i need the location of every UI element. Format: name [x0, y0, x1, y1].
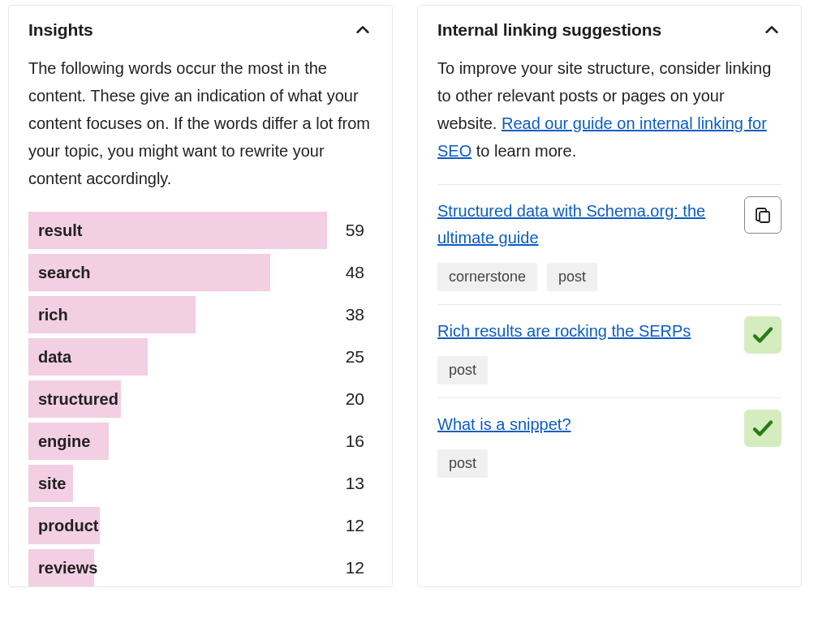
suggestion-tags: cornerstonepost	[437, 263, 781, 291]
linking-header[interactable]: Internal linking suggestions	[418, 6, 801, 51]
word-bar-track: search	[28, 254, 327, 291]
insights-panel: Insights The following words occur the m…	[8, 5, 393, 587]
linking-panel: Internal linking suggestions To improve …	[417, 5, 802, 587]
suggestion-link[interactable]: Rich results are rocking the SERPs	[437, 318, 691, 345]
suggestion-tags: post	[437, 449, 781, 478]
word-row: product12	[28, 507, 372, 544]
word-row: structured20	[28, 380, 372, 418]
suggestion-item: Rich results are rocking the SERPspost	[437, 304, 781, 397]
suggestion-item: Structured data with Schema.org: the ult…	[437, 184, 781, 304]
word-label: search	[38, 264, 91, 282]
insights-body: The following words occur the most in th…	[9, 51, 392, 586]
linking-body: To improve your site structure, consider…	[418, 51, 801, 491]
word-count: 16	[327, 431, 372, 451]
word-count: 38	[327, 305, 372, 324]
linking-title: Internal linking suggestions	[437, 20, 661, 40]
insights-description: The following words occur the most in th…	[28, 54, 372, 192]
word-label: result	[38, 221, 82, 240]
check-icon	[751, 416, 775, 440]
word-row: rich38	[28, 296, 372, 333]
check-icon	[751, 323, 775, 347]
linking-description: To improve your site structure, consider…	[437, 54, 781, 165]
suggestion-tags: post	[437, 356, 781, 384]
word-label: data	[38, 348, 71, 367]
insights-title: Insights	[28, 20, 93, 40]
word-count: 12	[327, 516, 372, 535]
word-bar-track: site	[28, 465, 327, 502]
suggestion-link[interactable]: What is a snippet?	[437, 411, 571, 438]
word-label: site	[38, 474, 66, 493]
word-label: product	[38, 517, 98, 535]
word-label: structured	[38, 390, 118, 409]
word-row: engine16	[28, 423, 372, 460]
linking-suggestions-list: Structured data with Schema.org: the ult…	[437, 184, 781, 491]
chevron-up-icon	[351, 19, 374, 41]
insights-header[interactable]: Insights	[9, 6, 392, 51]
word-row: search48	[28, 254, 372, 291]
word-count: 25	[327, 347, 372, 367]
svg-rect-0	[760, 212, 769, 222]
word-label: engine	[38, 432, 90, 451]
linked-check-badge	[744, 316, 781, 354]
copy-icon	[753, 205, 773, 225]
word-bar-track: rich	[28, 296, 327, 333]
tag: cornerstone	[437, 263, 537, 291]
word-label: reviews	[38, 559, 97, 577]
word-bar-track: data	[28, 338, 327, 376]
word-bar-track: result	[28, 212, 327, 249]
word-row: site13	[28, 465, 372, 502]
word-row: data25	[28, 338, 372, 376]
word-count: 12	[327, 558, 372, 577]
tag: post	[437, 356, 488, 384]
word-count: 48	[327, 263, 372, 282]
suggestion-item: What is a snippet?post	[437, 397, 781, 491]
word-count: 20	[327, 389, 372, 409]
word-frequency-list: result59search48rich38data25structured20…	[28, 212, 372, 586]
word-row: reviews12	[28, 549, 372, 586]
word-bar-track: structured	[28, 380, 327, 418]
tag: post	[547, 263, 597, 291]
linking-desc-post: to learn more.	[471, 142, 576, 160]
word-count: 59	[327, 221, 372, 240]
copy-link-button[interactable]	[744, 196, 781, 234]
word-label: rich	[38, 306, 68, 324]
word-row: result59	[28, 212, 372, 249]
word-bar-track: reviews	[28, 549, 327, 586]
word-bar-track: product	[28, 507, 327, 544]
word-bar-track: engine	[28, 423, 327, 460]
tag: post	[437, 449, 488, 478]
word-count: 13	[327, 474, 372, 493]
suggestion-link[interactable]: Structured data with Schema.org: the ult…	[437, 198, 713, 251]
linked-check-badge	[744, 410, 781, 447]
chevron-up-icon	[760, 19, 783, 41]
